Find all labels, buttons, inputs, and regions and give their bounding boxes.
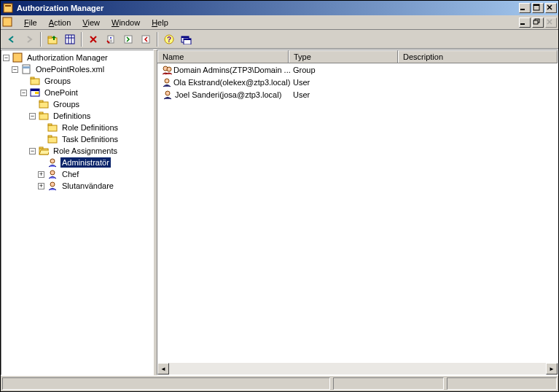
toolbar: ? bbox=[1, 30, 558, 49]
forward-button[interactable] bbox=[21, 31, 37, 47]
tree-admin[interactable]: Administratör bbox=[60, 157, 111, 168]
list-row[interactable]: Joel Sanderi(josa@ztp3.local)User bbox=[157, 88, 558, 101]
svg-rect-6 bbox=[520, 23, 525, 25]
col-description[interactable]: Description bbox=[398, 50, 558, 63]
manager-icon bbox=[12, 52, 23, 63]
user-icon bbox=[162, 77, 172, 88]
folder-icon bbox=[38, 110, 50, 122]
menubar: File Action View Window Help bbox=[1, 15, 558, 30]
properties-button[interactable] bbox=[103, 31, 119, 47]
svg-rect-30 bbox=[31, 79, 39, 85]
help-button[interactable]: ? bbox=[161, 31, 177, 47]
tree-chef[interactable]: Chef bbox=[60, 169, 80, 179]
svg-rect-33 bbox=[31, 89, 39, 91]
up-button[interactable] bbox=[44, 31, 60, 47]
svg-rect-11 bbox=[66, 35, 74, 44]
expand-icon[interactable]: − bbox=[29, 113, 36, 119]
expand-icon[interactable]: − bbox=[3, 55, 9, 61]
scroll-left-button[interactable]: ◄ bbox=[157, 363, 169, 375]
list-row[interactable]: Domain Admins(ZTP3\Domain ...Group bbox=[157, 63, 558, 76]
menu-view[interactable]: View bbox=[77, 17, 106, 28]
expand-icon[interactable]: + bbox=[38, 183, 44, 189]
minimize-button[interactable] bbox=[519, 3, 531, 13]
tree-panel[interactable]: − Authorization Manager − OnePointRoles.… bbox=[1, 50, 154, 375]
folder-icon bbox=[38, 98, 50, 110]
expand-icon[interactable]: − bbox=[12, 66, 18, 73]
mdi-minimize-button[interactable] bbox=[519, 17, 531, 28]
svg-rect-42 bbox=[48, 136, 52, 137]
app-icon bbox=[2, 2, 14, 14]
expand-icon[interactable]: − bbox=[20, 90, 27, 96]
row-name: Domain Admins(ZTP3\Domain ... bbox=[173, 66, 290, 74]
svg-rect-10 bbox=[48, 36, 52, 38]
svg-rect-8 bbox=[533, 20, 538, 24]
svg-point-46 bbox=[50, 170, 55, 175]
tree-task-defs[interactable]: Task Definitions bbox=[60, 134, 120, 144]
role-icon bbox=[47, 157, 58, 168]
content-area: − Authorization Manager − OnePointRoles.… bbox=[1, 49, 558, 375]
role-icon bbox=[47, 180, 58, 192]
list-panel: Name Type Description Domain Admins(ZTP3… bbox=[157, 50, 558, 375]
svg-point-47 bbox=[50, 182, 55, 187]
svg-rect-40 bbox=[48, 124, 52, 125]
scroll-right-button[interactable]: ► bbox=[546, 363, 558, 375]
window-controls bbox=[519, 3, 557, 13]
export-button[interactable] bbox=[138, 31, 154, 47]
svg-rect-2 bbox=[520, 9, 525, 10]
menu-file[interactable]: File bbox=[18, 17, 43, 28]
svg-rect-37 bbox=[39, 114, 48, 119]
tree-file[interactable]: OnePointRoles.xml bbox=[34, 64, 106, 74]
refresh-button[interactable] bbox=[120, 31, 136, 47]
row-type: User bbox=[290, 90, 399, 100]
col-type[interactable]: Type bbox=[289, 50, 398, 63]
titlebar: Authorization Manager bbox=[1, 1, 558, 15]
back-button[interactable] bbox=[4, 31, 20, 47]
tree-root[interactable]: Authorization Manager bbox=[26, 52, 109, 63]
delete-button[interactable] bbox=[85, 31, 101, 47]
svg-point-51 bbox=[165, 91, 170, 95]
expand-icon[interactable]: + bbox=[38, 171, 44, 178]
close-button[interactable] bbox=[545, 3, 557, 13]
svg-point-49 bbox=[167, 67, 171, 71]
status-panel-1 bbox=[2, 377, 330, 390]
tree-groups[interactable]: Groups bbox=[43, 76, 72, 86]
tree-role-defs[interactable]: Role Definitions bbox=[60, 122, 120, 133]
svg-rect-35 bbox=[39, 102, 48, 108]
folder-icon bbox=[47, 122, 58, 133]
svg-rect-9 bbox=[48, 38, 57, 44]
mdi-close-button[interactable] bbox=[545, 17, 557, 28]
tree-definitions[interactable]: Definitions bbox=[52, 111, 92, 121]
list-body[interactable]: Domain Admins(ZTP3\Domain ...GroupOla Ek… bbox=[157, 63, 558, 363]
col-name[interactable]: Name bbox=[157, 50, 289, 63]
folder-icon bbox=[47, 133, 58, 145]
svg-rect-41 bbox=[48, 137, 57, 143]
svg-rect-38 bbox=[39, 112, 43, 114]
separator bbox=[81, 32, 82, 47]
menu-action[interactable]: Action bbox=[43, 17, 77, 28]
row-name: Joel Sanderi(josa@ztp3.local) bbox=[175, 90, 281, 99]
svg-point-45 bbox=[50, 159, 55, 163]
svg-rect-26 bbox=[184, 39, 191, 40]
tree-slutanv[interactable]: Slutanvändare bbox=[60, 181, 115, 191]
tree-app[interactable]: OnePoint bbox=[43, 87, 79, 98]
mdi-restore-button[interactable] bbox=[532, 17, 544, 28]
columns-button[interactable] bbox=[62, 31, 78, 47]
svg-rect-36 bbox=[39, 101, 43, 102]
new-window-button[interactable] bbox=[179, 31, 195, 47]
menu-window[interactable]: Window bbox=[106, 17, 146, 28]
expand-icon[interactable]: − bbox=[29, 148, 36, 154]
tree-app-groups[interactable]: Groups bbox=[52, 99, 81, 109]
scroll-track[interactable] bbox=[169, 363, 546, 375]
menu-help[interactable]: Help bbox=[146, 17, 174, 28]
row-type: Group bbox=[290, 65, 399, 75]
hscrollbar[interactable]: ◄ ► bbox=[157, 363, 558, 375]
svg-rect-28 bbox=[23, 65, 30, 74]
maximize-button[interactable] bbox=[532, 3, 544, 13]
app-icon bbox=[29, 87, 41, 98]
row-description bbox=[399, 82, 558, 83]
tree-role-assign[interactable]: Role Assignments bbox=[52, 146, 119, 156]
svg-rect-0 bbox=[4, 4, 12, 12]
row-type: User bbox=[290, 77, 399, 87]
svg-text:?: ? bbox=[167, 36, 171, 44]
list-row[interactable]: Ola Ekstrand(olekex@ztp3.local)User bbox=[157, 76, 558, 88]
